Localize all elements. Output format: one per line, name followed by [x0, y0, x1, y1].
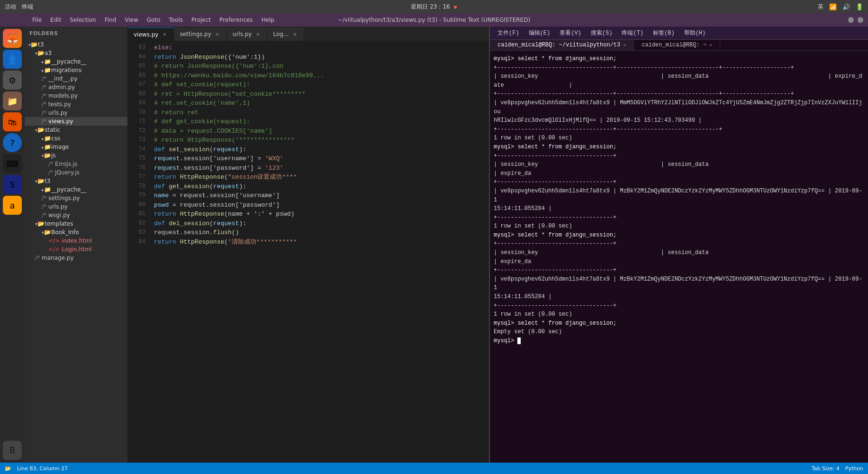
main-layout: 🦊 👤 ⚙ 📁 🛍 ? ⌨ S a ⠿ FOLDERS ▾: [0, 27, 868, 463]
term-tab-label-home: caiden_mical@RBQ: ~: [642, 42, 706, 48]
tree-item-label: css: [51, 135, 60, 142]
system-bar: 活动 终端 星期日 23：16 ● 英 📶 🔊 🔋: [0, 0, 868, 13]
tree-item-models-py[interactable]: /*models.py: [25, 91, 127, 100]
tree-item-admin-py[interactable]: /*admin.py: [25, 83, 127, 91]
tab-log[interactable]: Log... ✕: [267, 27, 304, 41]
code-line: request.session['username'] = 'WXQ': [154, 154, 484, 164]
menu-tools[interactable]: Tools: [165, 16, 187, 24]
code-line: request.session.flush(): [154, 228, 484, 237]
terminal-label[interactable]: 终端: [22, 3, 33, 11]
window-buttons: [848, 17, 868, 23]
tree-item-label: wsgi.py: [48, 212, 70, 219]
menu-find[interactable]: Find: [101, 16, 120, 24]
dock-files[interactable]: 📁: [3, 91, 22, 110]
tree-item-templates[interactable]: ▾ 📂 templates: [25, 219, 127, 228]
status-tab-size: Tab Size: 4: [812, 465, 840, 472]
tree-item-book-info[interactable]: ▾ 📂 Book_Info: [25, 228, 127, 237]
terminal-line: +----------------------------------+: [494, 301, 864, 310]
tree-item-manage-py[interactable]: /*manage.py: [25, 254, 127, 262]
line-number: 72: [128, 127, 145, 136]
line-number: 76: [128, 164, 145, 173]
menu-preferences[interactable]: Preferences: [216, 16, 257, 24]
datetime: 星期日 23：16: [411, 3, 450, 11]
line-number: 74: [128, 145, 145, 155]
tree-item-static[interactable]: ▾ 📂 static: [25, 126, 127, 134]
dock-grid[interactable]: ⠿: [3, 441, 22, 460]
tree-item---pycache--[interactable]: ▸ 📁 __pycache__: [25, 57, 127, 66]
menu-view[interactable]: View: [121, 16, 142, 24]
term-menu-file[interactable]: 文件(F): [495, 29, 522, 37]
menu-selection[interactable]: Selection: [66, 16, 99, 24]
code-line: # def set_cookie(request):: [154, 80, 484, 90]
dock-terminal[interactable]: ⌨: [3, 154, 22, 173]
tree-item-css[interactable]: ▸ 📁 css: [25, 134, 127, 143]
menu-edit[interactable]: Edit: [46, 16, 65, 24]
code-line: return JsonResponse({'num':1}): [154, 53, 484, 62]
menu-file[interactable]: File: [28, 16, 45, 24]
tab-views-py[interactable]: views.py ✕: [128, 27, 174, 41]
tree-item-errojs-js[interactable]: /*Errojs.js: [25, 160, 127, 168]
term-menu-view[interactable]: 查看(V): [557, 29, 584, 37]
term-menu-tabs[interactable]: 标签(B): [650, 29, 678, 37]
tab-settings-py[interactable]: settings.py ✕: [174, 27, 226, 41]
tree-item-index-html[interactable]: </>index.html: [25, 237, 127, 245]
lang-indicator[interactable]: 英: [818, 3, 823, 11]
terminal-line: 1 row in set (0.00 sec): [494, 310, 864, 319]
tree-item-js[interactable]: ▾ 📂 js: [25, 151, 127, 160]
tree-item-image[interactable]: ▸ 📁 image: [25, 143, 127, 151]
tab-close-settings[interactable]: ✕: [214, 31, 221, 37]
tree-item---init---py[interactable]: /*__init__.py: [25, 74, 127, 83]
tab-close-urls[interactable]: ✕: [254, 31, 261, 37]
term-tab-close-home[interactable]: ✕: [709, 42, 712, 48]
terminal-line: mysql>: [494, 337, 864, 346]
tree-item-label: t3: [38, 41, 44, 48]
menu-project[interactable]: Project: [188, 16, 215, 24]
line-number: 83: [128, 228, 145, 237]
tree-item-t3[interactable]: ▾ 📂 t3: [25, 40, 127, 49]
dock-sublime[interactable]: S: [3, 175, 22, 194]
code-line: # data = request.COOKIES['name']: [154, 127, 484, 136]
tree-item-wsgi-py[interactable]: /*wsgi.py: [25, 211, 127, 219]
term-menu-terminal[interactable]: 终端(T): [619, 29, 646, 37]
terminal-tabs: caiden_mical@RBQ: ~/viitualpython/t3 ✕ c…: [490, 40, 868, 51]
term-menu-help[interactable]: 帮助(H): [681, 29, 709, 37]
code-lines[interactable]: else: return JsonResponse({'num':1}) # r…: [149, 41, 489, 463]
dock-contacts[interactable]: 👤: [3, 50, 22, 69]
editor-menu: File Edit Selection Find View Goto Tools…: [28, 16, 278, 24]
dock-help[interactable]: ?: [3, 133, 22, 152]
dock-software[interactable]: 🛍: [3, 112, 22, 131]
dock-amazon[interactable]: a: [3, 196, 22, 215]
tree-item-a3[interactable]: ▾ 📂 a3: [25, 49, 127, 57]
tree-item-views-py[interactable]: /*views.py: [25, 117, 127, 126]
tree-item-settings-py[interactable]: /*settings.py: [25, 194, 127, 202]
tab-urls-py[interactable]: urls.py ✕: [227, 27, 268, 41]
tree-item-jquery-js[interactable]: /*JQuery.js: [25, 168, 127, 177]
terminal-content[interactable]: mysql> select * from django_session;+---…: [490, 51, 868, 463]
term-tab-t3[interactable]: caiden_mical@RBQ: ~/viitualpython/t3 ✕: [490, 40, 634, 50]
activities-label[interactable]: 活动: [5, 3, 16, 11]
line-number: 69: [128, 99, 145, 108]
tree-item-login-html[interactable]: </>Login.html: [25, 245, 127, 254]
menu-help[interactable]: Help: [258, 16, 278, 24]
line-number: 75: [128, 154, 145, 164]
dock-firefox[interactable]: 🦊: [3, 29, 22, 48]
tree-item-urls-py[interactable]: /*urls.py: [25, 202, 127, 211]
tree-item-t3[interactable]: ▾ 📂 t3: [25, 177, 127, 185]
tree-item-label: JQuery.js: [55, 169, 80, 176]
tree-item---pycache--[interactable]: ▸ 📁 __pycache__: [25, 185, 127, 194]
tree-item-label: js: [51, 152, 56, 159]
menu-goto[interactable]: Goto: [143, 16, 164, 24]
tree-item-tests-py[interactable]: /*tests.py: [25, 100, 127, 109]
status-language: Python: [845, 465, 863, 472]
dock-settings[interactable]: ⚙: [3, 71, 22, 90]
tree-item-label: views.py: [48, 118, 73, 125]
tab-close-log[interactable]: ✕: [291, 31, 298, 37]
term-tab-close-t3[interactable]: ✕: [623, 42, 626, 48]
tab-close-views[interactable]: ✕: [161, 31, 168, 38]
tree-item-migrations[interactable]: ▸ 📁 migrations: [25, 66, 127, 74]
term-menu-search[interactable]: 搜索(S): [588, 29, 615, 37]
term-menu-edit[interactable]: 编辑(E): [526, 29, 553, 37]
tree-item-urls-py[interactable]: /*urls.py: [25, 109, 127, 117]
file-tree: ▾ 📂 t3▾ 📂 a3▸ 📁 __pycache__▸ 📁 migration…: [25, 40, 127, 262]
term-tab-home[interactable]: caiden_mical@RBQ: ~ ✕: [634, 40, 720, 50]
